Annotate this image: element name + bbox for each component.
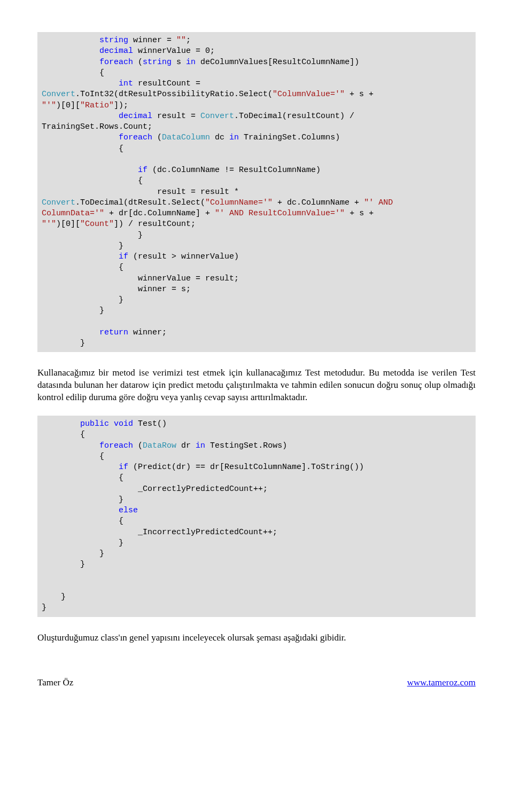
code-line: { <box>42 473 123 482</box>
code-line: { <box>42 263 123 272</box>
code-line: ColumnData='" + dr[dc.ColumnName] + "' A… <box>42 209 378 218</box>
code-line: "'")[0]["Ratio"]); <box>42 101 128 110</box>
code-line: { <box>42 430 85 439</box>
code-line: { <box>42 68 104 77</box>
code-line: winner = s; <box>42 285 191 294</box>
code-line: } <box>42 495 123 504</box>
footer-author: Tamer Öz <box>37 677 73 688</box>
code-line: } <box>42 549 104 558</box>
code-line: Convert.ToDecimal(dtResult.Select("Colum… <box>42 198 398 207</box>
code-line: TrainingSet.Rows.Count; <box>42 122 152 131</box>
code-line: result = result * <box>42 188 244 197</box>
code-block-2: public void Test() { foreach (DataRow dr… <box>37 416 476 617</box>
code-line: { <box>42 452 104 461</box>
code-line: { <box>42 144 123 153</box>
footer-link[interactable]: www.tameroz.com <box>407 677 476 688</box>
code-line: } <box>42 560 85 569</box>
code-line: _IncorrectlyPredictedCount++; <box>42 528 277 537</box>
code-line: foreach (string s in deColumnValues[Resu… <box>42 58 359 67</box>
code-line: Convert.ToInt32(dtResultPossibilityRatio… <box>42 90 378 99</box>
code-line: } <box>42 538 123 548</box>
code-line: } <box>42 231 143 240</box>
code-line: public void Test() <box>42 419 167 428</box>
code-line: if (result > winnerValue) <box>42 252 239 261</box>
code-line: } <box>42 339 85 348</box>
code-line: } <box>42 306 104 315</box>
code-line: foreach (DataRow dr in TestingSet.Rows) <box>42 441 287 450</box>
code-line: else <box>42 506 138 515</box>
code-line: } <box>42 295 123 304</box>
code-line: winnerValue = result; <box>42 274 239 283</box>
code-line: } <box>42 603 46 612</box>
code-line: string winner = ""; <box>42 36 191 45</box>
code-line: decimal result = Convert.ToDecimal(resul… <box>42 112 359 121</box>
code-block-1: string winner = ""; decimal winnerValue … <box>37 32 476 352</box>
code-line: if (Predict(dr) == dr[ResultColumnName].… <box>42 463 364 472</box>
paragraph-2: Oluşturduğumuz class'ın genel yapısını i… <box>37 632 476 644</box>
code-line: decimal winnerValue = 0; <box>42 46 215 56</box>
code-line: int resultCount = <box>42 79 205 88</box>
code-line: { <box>42 517 123 526</box>
code-line: } <box>42 592 66 602</box>
page-footer: Tamer Öz www.tameroz.com <box>0 677 513 704</box>
code-line: _CorrectlyPredictedCount++; <box>42 485 268 494</box>
code-line: if (dc.ColumnName != ResultColumnName) <box>42 166 321 175</box>
paragraph-1: Kullanacağımız bir metod ise verimizi te… <box>37 367 476 404</box>
code-line: foreach (DataColumn dc in TrainingSet.Co… <box>42 133 340 142</box>
code-line: { <box>42 176 143 185</box>
code-line: return winner; <box>42 328 167 337</box>
code-line: "'")[0]["Count"]) / resultCount; <box>42 220 196 229</box>
code-line: } <box>42 241 123 251</box>
